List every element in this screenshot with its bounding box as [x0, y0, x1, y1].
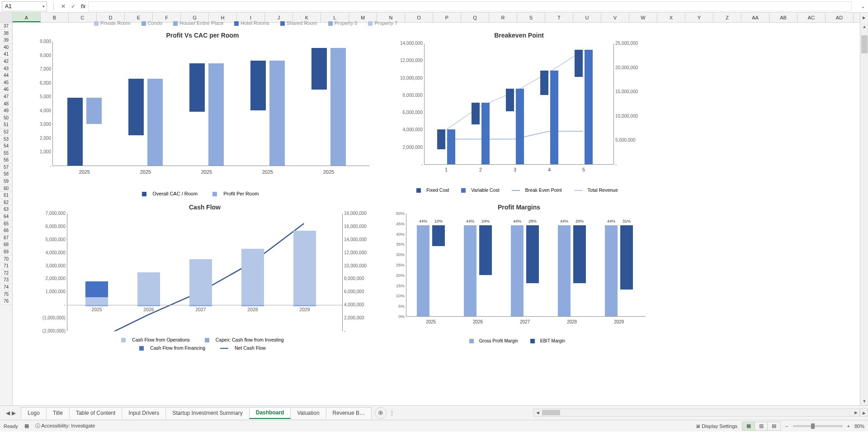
macro-record-icon[interactable]: ▦: [24, 423, 29, 429]
row-header-50[interactable]: 50: [0, 114, 12, 122]
row-header-44[interactable]: 44: [0, 72, 12, 79]
column-header-B[interactable]: B: [41, 13, 69, 22]
row-header-67[interactable]: 67: [0, 234, 12, 242]
vertical-scrollbar[interactable]: ▲ ▼: [860, 23, 868, 405]
accessibility-button[interactable]: ⓘ Accessibility: Investigate: [35, 423, 95, 429]
row-header-72[interactable]: 72: [0, 270, 12, 277]
row-header-61[interactable]: 61: [0, 192, 12, 199]
chart-cash-flow[interactable]: Cash Flow (2,000,000)(1,000,000)-1,000,0…: [31, 204, 379, 357]
sheet-tab-title[interactable]: Title: [46, 407, 70, 419]
column-header-AB[interactable]: AB: [769, 13, 797, 22]
column-header-AD[interactable]: AD: [826, 13, 854, 22]
zoom-level[interactable]: 80%: [854, 423, 864, 429]
column-header-Z[interactable]: Z: [713, 13, 741, 22]
sheet-tab-input-drivers[interactable]: Input Drivers: [122, 407, 166, 419]
column-header-R[interactable]: R: [489, 13, 517, 22]
row-header-47[interactable]: 47: [0, 93, 12, 100]
view-page-break-icon[interactable]: ▤: [768, 422, 780, 430]
view-page-layout-icon[interactable]: ▥: [755, 422, 768, 430]
zoom-out-button[interactable]: −: [785, 423, 788, 429]
column-header-A[interactable]: A: [13, 13, 41, 22]
hscroll-left-icon[interactable]: ◀: [534, 410, 541, 415]
row-header-63[interactable]: 63: [0, 206, 12, 213]
zoom-slider[interactable]: [793, 425, 843, 427]
column-header-AC[interactable]: AC: [797, 13, 826, 22]
scrollbar-thumb[interactable]: [861, 35, 868, 53]
row-header-42[interactable]: 42: [0, 58, 12, 65]
worksheet-area[interactable]: Private RoomCondoHouse/ Entire PlaceHote…: [13, 23, 860, 405]
row-header-75[interactable]: 75: [0, 291, 12, 298]
name-box[interactable]: A1: [2, 1, 47, 11]
tab-next-icon[interactable]: ▶: [12, 410, 16, 416]
row-header-37[interactable]: 37: [0, 23, 12, 30]
row-header-56[interactable]: 56: [0, 157, 12, 164]
column-header-Y[interactable]: Y: [685, 13, 713, 22]
column-header-U[interactable]: U: [573, 13, 601, 22]
hscroll-thumb[interactable]: [542, 410, 560, 415]
row-header-55[interactable]: 55: [0, 150, 12, 157]
row-header-66[interactable]: 66: [0, 227, 12, 234]
chart-profit-margins[interactable]: Profit Margins 0%5%10%15%20%25%30%35%40%…: [388, 204, 650, 357]
row-header-62[interactable]: 62: [0, 199, 12, 206]
hscroll-end-icon[interactable]: ▶: [860, 408, 868, 417]
column-header-C[interactable]: C: [69, 13, 97, 22]
tab-nav[interactable]: ◀▶: [3, 410, 19, 416]
row-header-49[interactable]: 49: [0, 107, 12, 114]
cancel-formula-icon[interactable]: ✕: [58, 3, 68, 10]
scroll-up-icon[interactable]: ▲: [860, 23, 868, 31]
row-header-59[interactable]: 59: [0, 178, 12, 185]
column-header-Q[interactable]: Q: [461, 13, 489, 22]
row-header-70[interactable]: 70: [0, 256, 12, 263]
row-header-53[interactable]: 53: [0, 136, 12, 143]
column-header-W[interactable]: W: [629, 13, 657, 22]
view-normal-icon[interactable]: ▦: [742, 422, 755, 430]
chart-breakeven[interactable]: Breakeven Point -2,000,0004,000,0006,000…: [388, 32, 650, 204]
row-header-48[interactable]: 48: [0, 100, 12, 108]
sheet-tab-table-of-content[interactable]: Table of Content: [69, 407, 122, 419]
row-header-41[interactable]: 41: [0, 51, 12, 58]
display-settings-button[interactable]: 🖥 Display Settings: [695, 423, 737, 429]
tab-prev-icon[interactable]: ◀: [6, 410, 10, 416]
row-header-51[interactable]: 51: [0, 121, 12, 128]
scroll-columns-right-icon[interactable]: ▶: [860, 13, 868, 23]
column-header-S[interactable]: S: [517, 13, 545, 22]
column-header-AA[interactable]: AA: [741, 13, 769, 22]
zoom-in-button[interactable]: +: [847, 423, 850, 429]
insert-function-icon[interactable]: fx: [78, 3, 88, 10]
column-header-O[interactable]: O: [405, 13, 433, 22]
row-header-71[interactable]: 71: [0, 262, 12, 270]
row-header-73[interactable]: 73: [0, 276, 12, 284]
scroll-down-icon[interactable]: ▼: [860, 397, 868, 405]
row-header-69[interactable]: 69: [0, 248, 12, 256]
sheet-tab-revenue-b-[interactable]: Revenue B…: [326, 407, 372, 419]
sheet-tab-dashboard[interactable]: Dashboard: [249, 407, 291, 419]
row-header-58[interactable]: 58: [0, 171, 12, 178]
chart-profit-vs-cac[interactable]: Profit Vs CAC per Room -1,0002,0003,0004…: [31, 32, 374, 204]
formula-input[interactable]: [88, 1, 852, 11]
column-header-X[interactable]: X: [657, 13, 685, 22]
row-header-60[interactable]: 60: [0, 185, 12, 192]
row-header-68[interactable]: 68: [0, 241, 12, 248]
row-header-76[interactable]: 76: [0, 298, 12, 305]
row-header-74[interactable]: 74: [0, 284, 12, 291]
hscroll-right-icon[interactable]: ▶: [852, 410, 859, 415]
column-header-V[interactable]: V: [601, 13, 629, 22]
row-header-46[interactable]: 46: [0, 86, 12, 93]
formula-expand-icon[interactable]: ⌄: [860, 3, 866, 10]
row-header-64[interactable]: 64: [0, 213, 12, 220]
sheet-tab-logo[interactable]: Logo: [21, 407, 47, 419]
row-header-52[interactable]: 52: [0, 128, 12, 136]
row-header-43[interactable]: 43: [0, 65, 12, 72]
sheet-tab-valuation[interactable]: Valuation: [290, 407, 326, 419]
horizontal-scrollbar[interactable]: ◀ ▶: [533, 408, 860, 417]
column-header-T[interactable]: T: [545, 13, 573, 22]
row-header-54[interactable]: 54: [0, 142, 12, 150]
column-header-P[interactable]: P: [433, 13, 461, 22]
new-sheet-button[interactable]: ⊕: [375, 407, 387, 419]
row-header-38[interactable]: 38: [0, 30, 12, 37]
sheet-tab-startup-investment-summary[interactable]: Startup Investment Summary: [165, 407, 249, 419]
select-all-corner[interactable]: [0, 13, 13, 22]
tab-overflow-icon[interactable]: ⋮: [389, 410, 395, 416]
row-header-40[interactable]: 40: [0, 44, 12, 51]
zoom-knob[interactable]: [811, 423, 815, 429]
